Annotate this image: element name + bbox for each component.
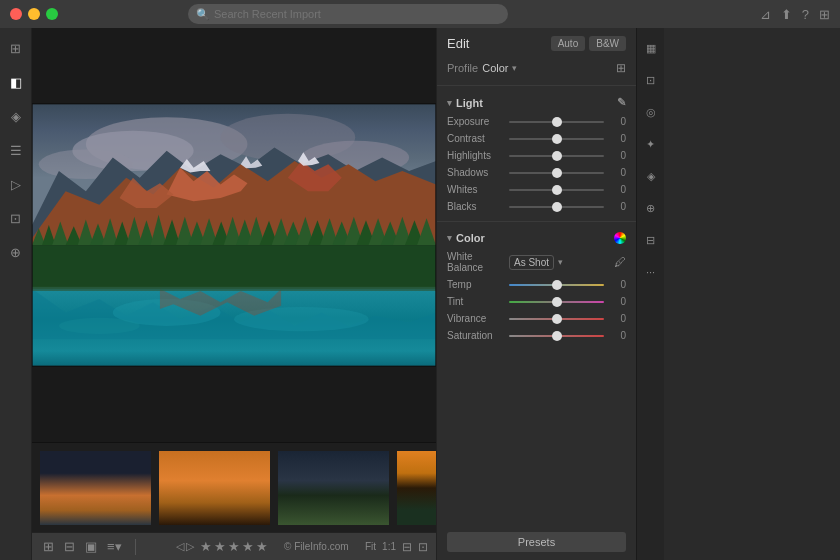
edit-title: Edit [447,36,469,51]
divider-2 [437,221,636,222]
vibrance-track[interactable] [509,318,604,320]
filmstrip-thumb-3[interactable] [276,449,391,527]
search-bar[interactable]: 🔍 [188,4,508,24]
radial-icon[interactable]: ⊕ [639,196,663,220]
star-1[interactable]: ★ [200,539,212,554]
view-icons: ⊞ ⊟ ▣ ≡▾ [40,537,125,556]
library-icon[interactable]: ⊞ [4,36,28,60]
exposure-row: Exposure 0 [437,113,636,130]
profile-grid-icon[interactable]: ⊞ [616,61,626,75]
ratio-label: 1:1 [382,541,396,552]
print-icon[interactable]: ⊡ [4,206,28,230]
tint-thumb[interactable] [552,297,562,307]
blacks-track[interactable] [509,206,604,208]
whites-thumb[interactable] [552,185,562,195]
star-4[interactable]: ★ [242,539,254,554]
vibrance-value: 0 [608,313,626,324]
presets-button[interactable]: Presets [447,532,626,552]
profile-value[interactable]: Color [482,62,508,74]
single-icon[interactable]: ▣ [82,537,100,556]
light-section-header[interactable]: ▾ Light ✎ [437,92,636,113]
contrast-thumb[interactable] [552,134,562,144]
settings-icon[interactable]: ⊞ [819,7,830,22]
eyedropper-icon[interactable]: 🖊 [614,255,626,269]
fit-label[interactable]: Fit [365,541,376,552]
heal-icon[interactable]: ◎ [639,100,663,124]
bw-button[interactable]: B&W [589,36,626,51]
wb-dropdown-icon: ▾ [558,257,563,267]
tint-track[interactable] [509,301,604,303]
shadows-label: Shadows [447,167,505,178]
grid-icon[interactable]: ⊞ [40,537,57,556]
highlights-row: Highlights 0 [437,147,636,164]
brush-icon[interactable]: ✦ [639,132,663,156]
filmstrip-thumb-1[interactable] [38,449,153,527]
compare-icon[interactable]: ⊟ [402,540,412,554]
star-5[interactable]: ★ [256,539,268,554]
svg-point-52 [59,318,140,334]
filmstrip-thumb-2[interactable] [157,449,272,527]
saturation-thumb[interactable] [552,331,562,341]
share-icon[interactable]: ⬆ [781,7,792,22]
adjustment-icon[interactable]: ⊟ [639,228,663,252]
star-2[interactable]: ★ [214,539,226,554]
titlebar: 🔍 ⊿ ⬆ ? ⊞ [0,0,840,28]
traffic-lights [10,8,58,20]
star-rating[interactable]: ★ ★ ★ ★ ★ [200,539,268,554]
contrast-label: Contrast [447,133,505,144]
whites-track[interactable] [509,189,604,191]
contrast-value: 0 [608,133,626,144]
color-section-header[interactable]: ▾ Color [437,228,636,248]
white-balance-dropdown[interactable]: As Shot [509,255,554,270]
develop-icon[interactable]: ◧ [4,70,28,94]
shadows-thumb[interactable] [552,168,562,178]
shadows-value: 0 [608,167,626,178]
more-icon[interactable]: ··· [639,260,663,284]
contrast-row: Contrast 0 [437,130,636,147]
highlights-value: 0 [608,150,626,161]
right-panel: Edit Auto B&W Profile Color ▾ ⊞ ▾ Light [436,28,636,560]
shadows-track[interactable] [509,172,604,174]
right-layout: Edit Auto B&W Profile Color ▾ ⊞ ▾ Light [436,28,840,560]
profile-row: Profile Color ▾ ⊞ [437,59,636,83]
light-edit-icon[interactable]: ✎ [617,96,626,109]
exposure-track[interactable] [509,121,604,123]
filmstrip-thumb-4[interactable] [395,449,436,527]
next-page-icon[interactable]: ▷ [186,540,194,553]
color-circle-icon [614,232,626,244]
close-button[interactable] [10,8,22,20]
blacks-thumb[interactable] [552,202,562,212]
slideshow-icon[interactable]: ▷ [4,172,28,196]
divider [437,85,636,86]
histogram-icon[interactable]: ▦ [639,36,663,60]
highlights-track[interactable] [509,155,604,157]
gradient-icon[interactable]: ◈ [639,164,663,188]
thumbnail-icon[interactable]: ⊟ [61,537,78,556]
map-icon[interactable]: ◈ [4,104,28,128]
maximize-button[interactable] [46,8,58,20]
highlights-thumb[interactable] [552,151,562,161]
main-photo [32,40,436,430]
color-chevron-icon: ▾ [447,233,452,243]
minimize-button[interactable] [28,8,40,20]
search-input[interactable] [214,8,500,20]
star-3[interactable]: ★ [228,539,240,554]
filter-icon[interactable]: ⊿ [760,7,771,22]
vibrance-thumb[interactable] [552,314,562,324]
left-sidebar: ⊞ ◧ ◈ ☰ ▷ ⊡ ⊕ [0,28,32,560]
exposure-thumb[interactable] [552,117,562,127]
auto-button[interactable]: Auto [551,36,586,51]
crop-icon[interactable]: ⊡ [639,68,663,92]
help-icon[interactable]: ? [802,7,809,22]
zoom-icon[interactable]: ⊡ [418,540,428,554]
temp-thumb[interactable] [552,280,562,290]
list-dropdown-icon[interactable]: ≡▾ [104,537,125,556]
saturation-track[interactable] [509,335,604,337]
light-chevron-icon: ▾ [447,98,452,108]
prev-page-icon[interactable]: ◁ [176,540,184,553]
shadows-row: Shadows 0 [437,164,636,181]
web-icon[interactable]: ⊕ [4,240,28,264]
temp-track[interactable] [509,284,604,286]
book-icon[interactable]: ☰ [4,138,28,162]
contrast-track[interactable] [509,138,604,140]
